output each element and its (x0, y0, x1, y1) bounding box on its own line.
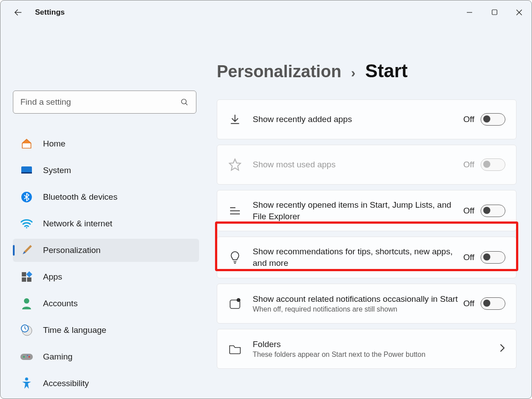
breadcrumb: Personalization › Start (217, 60, 516, 82)
arrow-left-icon (13, 8, 23, 17)
notification-card-icon (226, 297, 244, 310)
nav-item-apps[interactable]: Apps (13, 265, 199, 288)
svg-point-30 (237, 298, 240, 301)
toggle-state-label: Off (463, 115, 474, 124)
window-controls (457, 3, 532, 22)
minimize-icon (466, 9, 473, 16)
setting-account-notifications[interactable]: Show account related notifications occas… (217, 284, 516, 324)
nav-item-accessibility[interactable]: Accessibility (13, 372, 199, 395)
svg-point-15 (24, 298, 29, 304)
svg-rect-13 (22, 277, 26, 282)
nav-item-bluetooth[interactable]: Bluetooth & devices (13, 186, 199, 209)
wifi-icon (20, 217, 33, 230)
toggle-state-label: Off (463, 299, 474, 308)
setting-recent-items[interactable]: Show recently opened items in Start, Jum… (217, 190, 516, 231)
close-icon (516, 9, 522, 16)
toggle-switch[interactable] (481, 251, 505, 264)
toggle-switch[interactable] (481, 113, 505, 126)
nav-item-system[interactable]: System (13, 159, 199, 182)
search-box[interactable] (13, 91, 196, 114)
breadcrumb-current: Start (365, 60, 408, 82)
nav-item-accounts[interactable]: Accounts (13, 292, 199, 315)
nav-label: Network & internet (43, 219, 112, 229)
system-icon (20, 164, 33, 177)
toggle-switch[interactable] (481, 205, 505, 217)
nav-list: Home System Bluetooth & devices (13, 132, 199, 395)
svg-point-19 (23, 356, 25, 358)
accessibility-icon (20, 377, 33, 390)
svg-point-21 (27, 355, 28, 356)
app-title: Settings (35, 8, 65, 17)
nav-label: Bluetooth & devices (43, 192, 117, 202)
apps-icon (20, 270, 33, 284)
titlebar: Settings (0, 0, 532, 24)
nav-label: Accessibility (43, 379, 89, 388)
maximize-icon (492, 9, 497, 15)
bluetooth-icon (20, 190, 33, 204)
star-icon (226, 158, 244, 171)
nav-item-gaming[interactable]: Gaming (13, 345, 199, 368)
svg-point-5 (181, 99, 186, 104)
minimize-button[interactable] (457, 3, 482, 22)
folder-icon (226, 343, 244, 355)
nav-item-time[interactable]: Time & language (13, 319, 199, 342)
setting-subtitle: When off, required notifications are sti… (253, 305, 463, 313)
nav-label: Time & language (43, 325, 106, 335)
home-icon (20, 137, 33, 150)
nav-item-personalization[interactable]: Personalization (13, 239, 199, 262)
svg-rect-2 (492, 10, 497, 15)
svg-rect-12 (26, 271, 32, 277)
svg-marker-23 (230, 159, 241, 170)
nav-label: System (43, 166, 71, 175)
person-icon (20, 297, 33, 310)
setting-title: Show account related notifications occas… (253, 293, 463, 305)
svg-rect-11 (22, 272, 26, 277)
setting-recommendations[interactable]: Show recommendations for tips, shortcuts… (217, 237, 516, 278)
nav-label: Gaming (43, 352, 73, 362)
breadcrumb-parent[interactable]: Personalization (217, 62, 341, 81)
chevron-right-icon (499, 343, 505, 355)
main-content: Personalization › Start Show recently ad… (204, 24, 532, 399)
setting-title: Show most used apps (253, 159, 463, 170)
list-icon (226, 206, 244, 216)
settings-window: Settings Home (0, 0, 532, 399)
chevron-right-icon: › (351, 65, 356, 80)
download-icon (226, 113, 244, 126)
maximize-button[interactable] (482, 3, 507, 22)
lightbulb-icon (226, 251, 244, 264)
clock-globe-icon (20, 324, 33, 337)
sidebar: Home System Bluetooth & devices (0, 24, 204, 399)
svg-line-6 (186, 103, 188, 105)
nav-label: Accounts (43, 299, 78, 308)
setting-most-used-apps: Show most used apps Off (217, 145, 516, 185)
toggle-state-label: Off (463, 206, 474, 216)
toggle-state-label: Off (463, 253, 474, 262)
search-input[interactable] (20, 97, 180, 107)
nav-label: Personalization (43, 245, 101, 255)
svg-point-22 (25, 378, 28, 381)
nav-item-network[interactable]: Network & internet (13, 212, 199, 235)
setting-title: Show recently added apps (253, 114, 463, 125)
nav-item-home[interactable]: Home (13, 132, 199, 155)
svg-rect-18 (20, 354, 33, 360)
gamepad-icon (20, 350, 33, 363)
back-button[interactable] (9, 4, 27, 21)
setting-title: Show recently opened items in Start, Jum… (253, 199, 463, 222)
toggle-state-label: Off (463, 160, 474, 170)
setting-folders[interactable]: Folders These folders appear on Start ne… (217, 329, 516, 369)
search-icon (180, 98, 189, 107)
toggle-switch[interactable] (481, 297, 505, 310)
svg-point-20 (28, 356, 30, 358)
close-button[interactable] (507, 3, 532, 22)
setting-title: Folders (253, 339, 492, 350)
nav-label: Apps (43, 272, 62, 282)
svg-rect-14 (27, 277, 31, 282)
toggle-switch (481, 158, 505, 171)
svg-rect-8 (21, 172, 32, 174)
setting-subtitle: These folders appear on Start next to th… (253, 351, 492, 359)
setting-recently-added-apps[interactable]: Show recently added apps Off (217, 99, 516, 139)
nav-label: Home (43, 139, 66, 149)
setting-title: Show recommendations for tips, shortcuts… (253, 246, 463, 269)
svg-point-10 (26, 227, 27, 229)
paintbrush-icon (20, 244, 33, 257)
